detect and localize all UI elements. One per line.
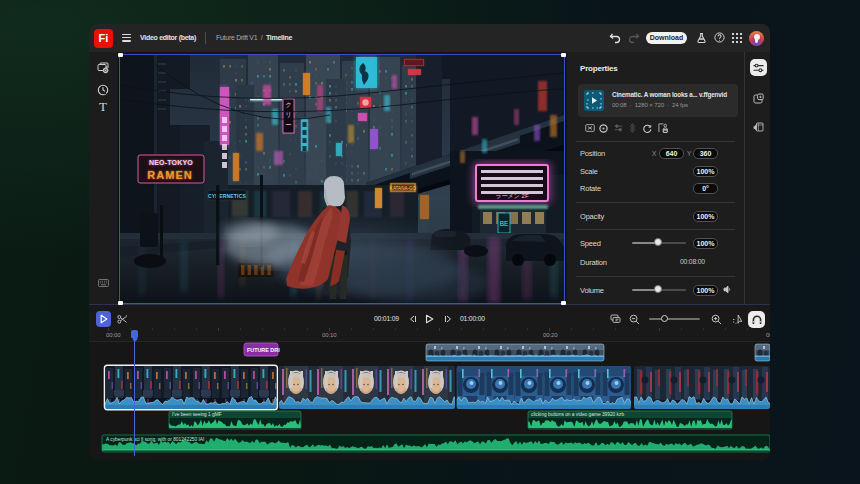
- svg-text:RAMEN: RAMEN: [147, 169, 192, 181]
- svg-text:FUTURE DRI: FUTURE DRI: [247, 347, 280, 353]
- svg-text:ー: ー: [285, 121, 292, 128]
- svg-text:NEO-TOKYO: NEO-TOKYO: [149, 159, 193, 166]
- svg-text:clicking buttons on a video ga: clicking buttons on a video game 39920 k…: [531, 412, 624, 417]
- svg-text:A cyberpunk sci fi song, with: A cyberpunk sci fi song, with or 8012422…: [106, 437, 204, 442]
- svg-text:KATANA-GO: KATANA-GO: [390, 186, 417, 191]
- svg-text:CYBERNETICS: CYBERNETICS: [208, 193, 247, 199]
- svg-text:I've been seeing 1 gMF: I've been seeing 1 gMF: [172, 412, 222, 417]
- svg-text:BE: BE: [500, 220, 509, 227]
- svg-text:ク: ク: [285, 101, 292, 108]
- svg-text:ラーメン 2F: ラーメン 2F: [495, 193, 528, 199]
